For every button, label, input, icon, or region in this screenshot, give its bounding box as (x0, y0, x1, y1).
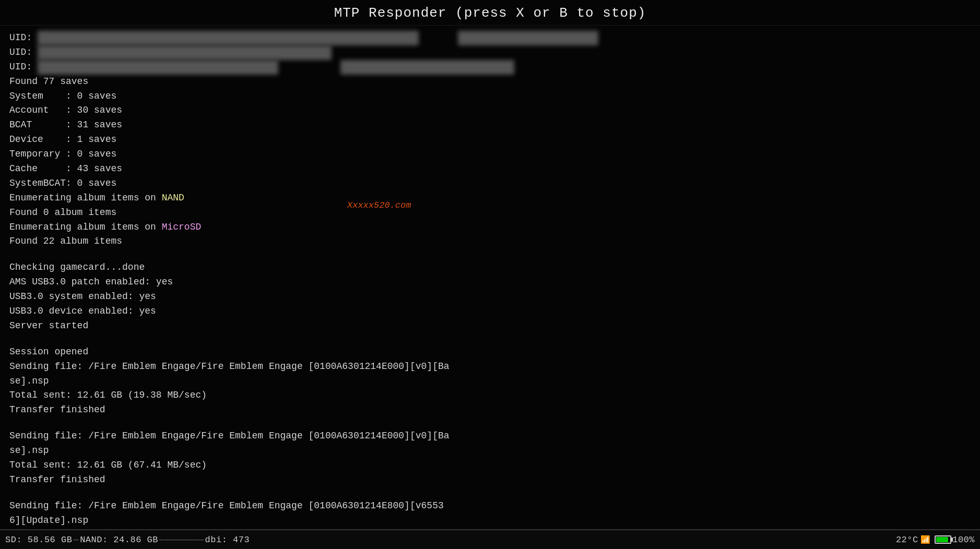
uid-blur-2 (38, 45, 332, 60)
temporary-saves: Temporary : 0 saves (9, 147, 971, 162)
send-file-1b: se].nsp (9, 374, 971, 389)
server-started: Server started (9, 319, 971, 333)
terminal-screen: MTP Responder (press X or B to stop) UID… (0, 0, 980, 549)
nand-info: NAND: 24.86 GB (80, 535, 158, 545)
uid-line-3: UID: (9, 60, 971, 75)
enum-microsd: Enumerating album items on MicroSD (9, 220, 971, 235)
empty-line-3 (9, 417, 971, 429)
battery-fill (936, 537, 948, 542)
uid-line-1: UID: (9, 31, 971, 45)
battery-pct: 100% (952, 535, 975, 545)
title-text: MTP Responder (press X or B to stop) (334, 5, 646, 21)
uid-blur-3b (340, 60, 514, 75)
empty-line-1 (9, 249, 971, 260)
content-area: UID: UID: UID: (0, 26, 980, 549)
empty-line-2 (9, 333, 971, 345)
bcat-saves: BCAT : 31 saves (9, 118, 971, 133)
divider-2: ———————— (159, 535, 204, 545)
total-sent-2: Total sent: 12.61 GB (67.41 MB/sec) (9, 458, 971, 473)
uid-blur-1b (458, 31, 598, 45)
found-microsd-items: Found 22 album items (9, 234, 971, 249)
send-file-2: Sending file: /Fire Emblem Engage/Fire E… (9, 429, 971, 444)
battery-indicator (935, 535, 952, 544)
enum-nand: Enumerating album items on NAND (9, 191, 971, 206)
found-nand-items: Found 0 album items (9, 206, 971, 220)
title-bar: MTP Responder (press X or B to stop) (0, 0, 980, 26)
send-file-3: Sending file: /Fire Emblem Engage/Fire E… (9, 499, 971, 514)
send-file-2b: se].nsp (9, 444, 971, 458)
battery-icon (935, 535, 951, 544)
dbi-info: dbi: 473 (205, 535, 250, 545)
wifi-icon: 📶 (920, 535, 931, 545)
session-opened: Session opened (9, 345, 971, 360)
ams-usb3-patch: AMS USB3.0 patch enabled: yes (9, 275, 971, 290)
temp-info: 22°C (896, 535, 918, 545)
gamecard-check: Checking gamecard...done (9, 260, 971, 275)
systembcat-saves: SystemBCAT: 0 saves (9, 176, 971, 191)
transfer-finished-2: Transfer finished (9, 473, 971, 487)
usb3-device: USB3.0 device enabled: yes (9, 304, 971, 319)
found-saves: Found 77 saves (9, 75, 971, 89)
transfer-finished-1: Transfer finished (9, 403, 971, 417)
divider-1: — (73, 535, 79, 545)
send-file-1: Sending file: /Fire Emblem Engage/Fire E… (9, 360, 971, 374)
total-sent-1: Total sent: 12.61 GB (19.38 MB/sec) (9, 388, 971, 403)
uid-blur-3 (38, 60, 278, 75)
uid-line-2: UID: (9, 45, 971, 60)
cache-saves: Cache : 43 saves (9, 162, 971, 176)
usb3-system: USB3.0 system enabled: yes (9, 290, 971, 304)
account-saves: Account : 30 saves (9, 103, 971, 118)
system-saves: System : 0 saves (9, 89, 971, 104)
sd-info: SD: 58.56 GB (5, 535, 72, 545)
uid-blur-1 (38, 31, 419, 45)
send-file-3b: 6][Update].nsp (9, 514, 971, 528)
device-saves: Device : 1 saves (9, 133, 971, 147)
empty-line-4 (9, 487, 971, 499)
status-bar: SD: 58.56 GB — NAND: 24.86 GB ———————— d… (0, 529, 980, 549)
